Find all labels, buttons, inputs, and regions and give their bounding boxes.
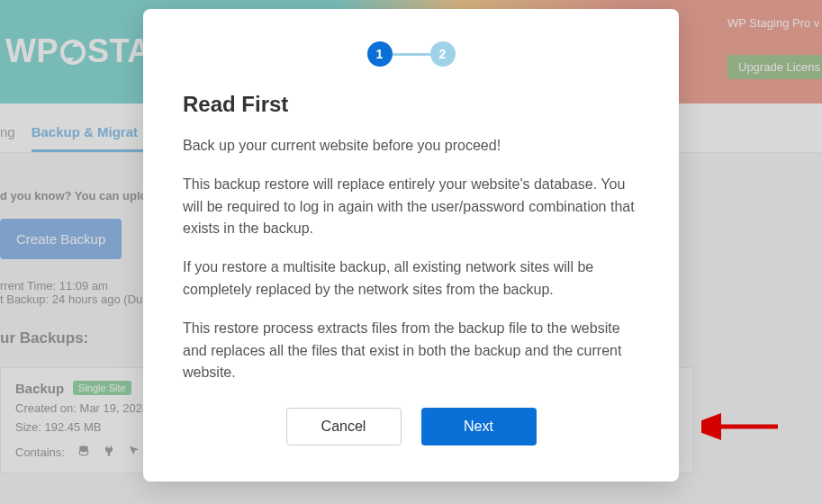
- step-2: 2: [430, 41, 456, 67]
- modal-overlay: 1 2 Read First Back up your current webs…: [0, 0, 822, 504]
- arrow-icon: [701, 413, 782, 440]
- modal-buttons: Cancel Next: [183, 408, 639, 446]
- modal-paragraph-4: This restore process extracts files from…: [183, 318, 639, 384]
- modal-title: Read First: [183, 92, 639, 117]
- cancel-button[interactable]: Cancel: [286, 408, 402, 446]
- read-first-modal: 1 2 Read First Back up your current webs…: [143, 9, 679, 482]
- modal-paragraph-2: This backup restore will replace entirel…: [183, 174, 639, 240]
- next-button[interactable]: Next: [421, 408, 537, 446]
- stepper: 1 2: [183, 41, 639, 67]
- step-1: 1: [367, 41, 393, 67]
- modal-paragraph-1: Back up your current website before you …: [183, 135, 639, 158]
- modal-paragraph-3: If you restore a multisite backup, all e…: [183, 256, 639, 302]
- step-connector: [393, 53, 430, 56]
